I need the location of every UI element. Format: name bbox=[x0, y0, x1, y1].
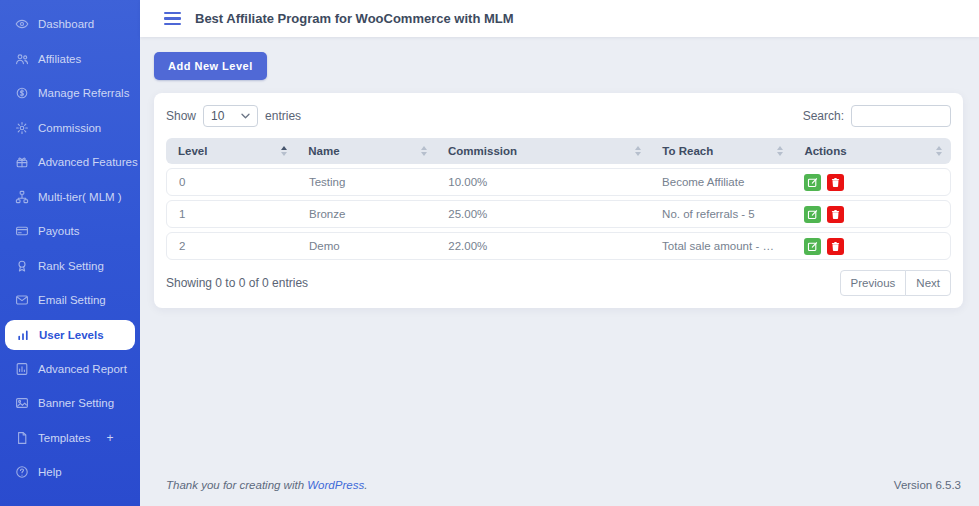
sidebar-item-payouts[interactable]: Payouts bbox=[0, 214, 140, 249]
cell-to-reach: No. of referrals - 5 bbox=[650, 208, 792, 220]
column-header-to-reach[interactable]: To Reach bbox=[650, 145, 792, 157]
report-icon bbox=[14, 361, 29, 376]
cell-commission: 10.00% bbox=[436, 176, 650, 188]
version-label: Version 6.5.3 bbox=[894, 479, 961, 491]
previous-page-button[interactable]: Previous bbox=[840, 270, 907, 296]
sidebar-item-commission[interactable]: Commission bbox=[0, 111, 140, 146]
sidebar-item-advanced-features[interactable]: Advanced Features bbox=[0, 145, 140, 180]
sidebar-item-label: Templates bbox=[38, 432, 90, 444]
levels-table: Level Name Commission To Reach bbox=[166, 138, 951, 260]
cell-actions bbox=[792, 206, 950, 223]
chevron-down-icon bbox=[241, 113, 250, 119]
edit-icon bbox=[807, 177, 818, 188]
payouts-icon bbox=[14, 224, 29, 239]
user-levels-icon bbox=[15, 327, 30, 342]
sidebar-item-multi-tier-mlm[interactable]: Multi-tier( MLM ) bbox=[0, 180, 140, 215]
sidebar-item-label: Payouts bbox=[38, 225, 80, 237]
main-area: Best Affiliate Program for WooCommerce w… bbox=[140, 0, 979, 506]
edit-level-button[interactable] bbox=[804, 206, 821, 223]
banner-icon bbox=[14, 396, 29, 411]
edit-level-button[interactable] bbox=[804, 174, 821, 191]
edit-icon bbox=[807, 241, 818, 252]
sidebar-item-label: Affiliates bbox=[38, 53, 81, 65]
sidebar-item-label: Manage Referrals bbox=[38, 87, 129, 99]
sidebar-item-label: Banner Setting bbox=[38, 397, 114, 409]
sidebar-item-email-setting[interactable]: Email Setting bbox=[0, 283, 140, 318]
edit-icon bbox=[807, 209, 818, 220]
cell-level: 0 bbox=[167, 176, 297, 188]
cell-name: Bronze bbox=[297, 208, 436, 220]
show-label: Show bbox=[166, 109, 196, 123]
app-window: Dashboard Affiliates Manage Referrals Co… bbox=[0, 0, 979, 506]
page-title: Best Affiliate Program for WooCommerce w… bbox=[195, 11, 514, 26]
column-header-commission[interactable]: Commission bbox=[436, 145, 650, 157]
sidebar-item-label: Rank Setting bbox=[38, 260, 104, 272]
affiliates-icon bbox=[14, 51, 29, 66]
column-header-actions[interactable]: Actions bbox=[792, 145, 951, 157]
edit-level-button[interactable] bbox=[804, 238, 821, 255]
sidebar-item-affiliates[interactable]: Affiliates bbox=[0, 42, 140, 77]
sort-icon bbox=[635, 146, 641, 156]
table-row: 0 Testing 10.00% Become Affiliate bbox=[166, 168, 951, 196]
sidebar-item-label: Commission bbox=[38, 122, 101, 134]
cell-actions bbox=[792, 174, 950, 191]
cell-actions bbox=[792, 238, 950, 255]
entries-summary: Showing 0 to 0 of 0 entries bbox=[166, 276, 308, 290]
page-footer: Thank you for creating with WordPress. V… bbox=[154, 479, 963, 506]
multitier-icon bbox=[14, 189, 29, 204]
table-header-row: Level Name Commission To Reach bbox=[166, 138, 951, 164]
cell-name: Testing bbox=[297, 176, 436, 188]
sidebar-item-user-levels[interactable]: User Levels bbox=[5, 320, 135, 350]
features-icon bbox=[14, 155, 29, 170]
cell-commission: 25.00% bbox=[436, 208, 650, 220]
commission-icon bbox=[14, 120, 29, 135]
search-label: Search: bbox=[803, 109, 844, 123]
entries-label: entries bbox=[265, 109, 301, 123]
add-new-level-button[interactable]: Add New Level bbox=[154, 52, 267, 80]
delete-level-button[interactable] bbox=[827, 206, 844, 223]
rank-icon bbox=[14, 258, 29, 273]
cell-to-reach: Total sale amount - $50,000 bbox=[650, 240, 792, 252]
entries-select-value: 10 bbox=[211, 109, 224, 123]
next-page-button[interactable]: Next bbox=[905, 270, 951, 296]
sidebar-item-rank-setting[interactable]: Rank Setting bbox=[0, 249, 140, 284]
cell-commission: 22.00% bbox=[436, 240, 650, 252]
sidebar-item-dashboard[interactable]: Dashboard bbox=[0, 7, 140, 42]
referrals-icon bbox=[14, 86, 29, 101]
trash-icon bbox=[830, 241, 841, 252]
sidebar-item-manage-referrals[interactable]: Manage Referrals bbox=[0, 76, 140, 111]
top-bar: Best Affiliate Program for WooCommerce w… bbox=[140, 0, 979, 37]
sidebar-item-banner-setting[interactable]: Banner Setting bbox=[0, 386, 140, 421]
content-area: Add New Level Show 10 entries Search: bbox=[140, 37, 979, 506]
trash-icon bbox=[830, 209, 841, 220]
sort-icon bbox=[281, 146, 287, 156]
column-header-name[interactable]: Name bbox=[296, 145, 436, 157]
pagination: Previous Next bbox=[840, 270, 951, 296]
table-controls: Show 10 entries Search: bbox=[166, 105, 951, 127]
sidebar-item-label: Help bbox=[38, 466, 62, 478]
search-input[interactable] bbox=[851, 105, 951, 127]
sidebar-item-templates[interactable]: Templates + bbox=[0, 421, 140, 456]
templates-icon bbox=[14, 430, 29, 445]
delete-level-button[interactable] bbox=[827, 174, 844, 191]
sidebar-item-label: Advanced Report bbox=[38, 363, 127, 375]
sort-icon bbox=[936, 146, 942, 156]
cell-to-reach: Become Affiliate bbox=[650, 176, 792, 188]
wordpress-link[interactable]: WordPress bbox=[307, 479, 364, 491]
entries-select[interactable]: 10 bbox=[203, 105, 258, 127]
table-footer: Showing 0 to 0 of 0 entries Previous Nex… bbox=[166, 270, 951, 296]
sidebar-item-advanced-report[interactable]: Advanced Report bbox=[0, 352, 140, 387]
sidebar-item-help[interactable]: Help bbox=[0, 455, 140, 490]
hamburger-menu-icon[interactable] bbox=[164, 12, 181, 25]
sidebar-item-label: Email Setting bbox=[38, 294, 106, 306]
cell-level: 2 bbox=[167, 240, 297, 252]
footer-credit: Thank you for creating with WordPress. bbox=[166, 479, 367, 491]
sort-icon bbox=[777, 146, 783, 156]
levels-table-card: Show 10 entries Search: Level bbox=[154, 93, 963, 308]
sidebar-item-label: Dashboard bbox=[38, 18, 94, 30]
column-header-level[interactable]: Level bbox=[166, 145, 296, 157]
templates-expand-plus[interactable]: + bbox=[106, 431, 113, 445]
sidebar-item-label: Advanced Features bbox=[38, 156, 138, 168]
sidebar: Dashboard Affiliates Manage Referrals Co… bbox=[0, 0, 140, 506]
delete-level-button[interactable] bbox=[827, 238, 844, 255]
